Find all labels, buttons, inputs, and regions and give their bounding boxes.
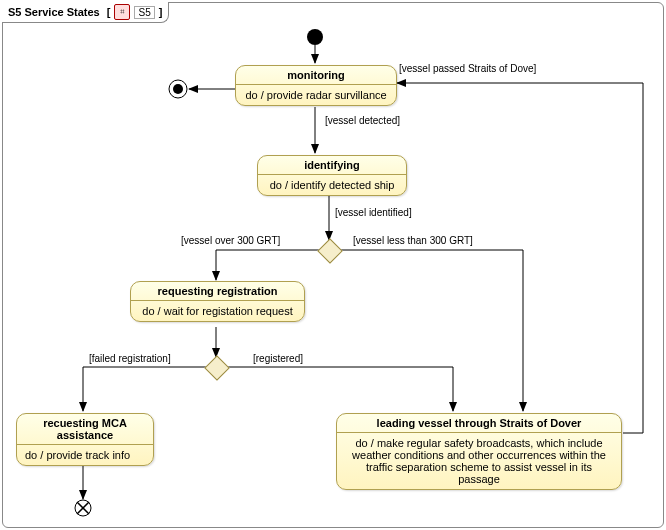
frame-title: S5 Service States xyxy=(8,6,100,18)
state-requesting-mca: recuesting MCA assistance do / provide t… xyxy=(16,413,154,466)
transition-label: [vessel passed Straits of Dove] xyxy=(399,63,536,74)
state-activity: do / provide radar survillance xyxy=(236,85,396,105)
svg-point-2 xyxy=(169,80,187,98)
choice-node xyxy=(317,238,342,263)
frame-tab: S5 Service States [ ⌗ S5 ] xyxy=(2,2,169,23)
transition-label: [vessel less than 300 GRT] xyxy=(353,235,473,246)
diagram-frame: S5 Service States [ ⌗ S5 ] xyxy=(2,2,664,528)
state-title: requesting registration xyxy=(131,282,304,300)
transition-label: [vessel detected] xyxy=(325,115,400,126)
state-title: monitoring xyxy=(236,66,396,84)
transition-label: [vessel over 300 GRT] xyxy=(181,235,280,246)
transition-label: [failed registration] xyxy=(89,353,171,364)
transition-label: [vessel identified] xyxy=(335,207,412,218)
choice-node xyxy=(204,355,229,380)
state-title: identifying xyxy=(258,156,406,174)
state-activity: do / identify detected ship xyxy=(258,175,406,195)
svg-point-3 xyxy=(173,84,183,94)
frame-ref: S5 xyxy=(134,6,154,19)
svg-point-9 xyxy=(75,500,91,516)
svg-line-11 xyxy=(77,502,89,514)
state-title: recuesting MCA assistance xyxy=(17,414,153,444)
svg-point-0 xyxy=(307,29,323,45)
statemachine-icon: ⌗ xyxy=(114,4,130,20)
transition-label: [registered] xyxy=(253,353,303,364)
state-identifying: identifying do / identify detected ship xyxy=(257,155,407,196)
state-leading: leading vessel through Straits of Dover … xyxy=(336,413,622,490)
state-activity: do / wait for registation request xyxy=(131,301,304,321)
svg-line-10 xyxy=(77,502,89,514)
state-activity: do / provide track info xyxy=(17,445,153,465)
state-activity: do / make regular safety broadcasts, whi… xyxy=(337,433,621,489)
state-title: leading vessel through Straits of Dover xyxy=(337,414,621,432)
state-monitoring: monitoring do / provide radar survillanc… xyxy=(235,65,397,106)
state-requesting-registration: requesting registration do / wait for re… xyxy=(130,281,305,322)
